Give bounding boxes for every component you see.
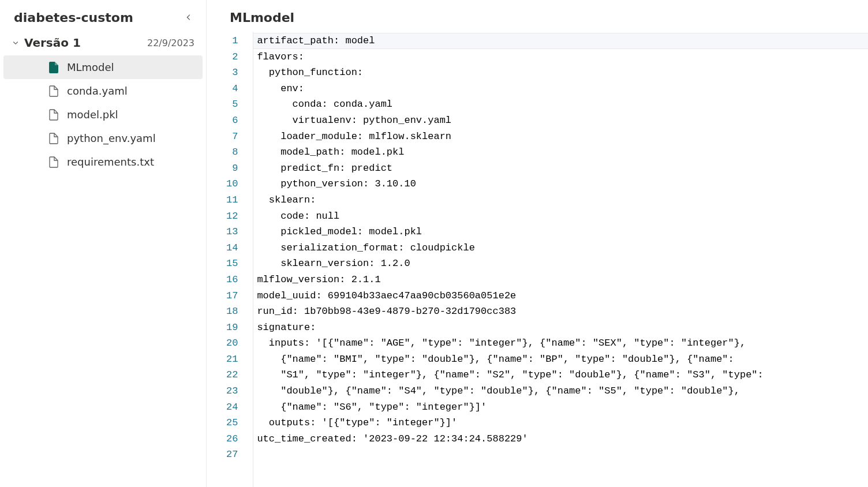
code-line[interactable]: signature: xyxy=(253,320,868,336)
line-number: 14 xyxy=(226,240,238,256)
line-number: 13 xyxy=(226,224,238,240)
code-line[interactable]: serialization_format: cloudpickle xyxy=(253,240,868,256)
line-number: 23 xyxy=(226,383,238,399)
line-number: 11 xyxy=(226,192,238,208)
file-outline-icon xyxy=(48,85,59,97)
file-item[interactable]: model.pkl xyxy=(3,103,203,126)
code-line[interactable]: conda: conda.yaml xyxy=(253,96,868,113)
file-item-label: conda.yaml xyxy=(67,85,128,97)
file-item-label: requirements.txt xyxy=(67,156,154,168)
file-item[interactable]: requirements.txt xyxy=(3,150,203,174)
code-line[interactable]: flavors: xyxy=(253,49,868,65)
line-number: 5 xyxy=(226,96,238,113)
file-filled-icon xyxy=(48,62,59,73)
version-label: Versão 1 xyxy=(24,36,143,50)
line-number: 21 xyxy=(226,351,238,368)
sidebar-header: diabetes-custom xyxy=(3,6,203,31)
code-line[interactable]: "double"}, {"name": "S4", "type": "doubl… xyxy=(253,383,868,399)
code-line[interactable]: virtualenv: python_env.yaml xyxy=(253,113,868,129)
code-editor[interactable]: 1234567891011121314151617181920212223242… xyxy=(207,32,868,487)
line-number: 27 xyxy=(226,447,238,463)
main-panel: MLmodel 12345678910111213141516171819202… xyxy=(207,0,868,487)
line-number: 20 xyxy=(226,335,238,351)
code-line[interactable]: inputs: '[{"name": "AGE", "type": "integ… xyxy=(253,335,868,351)
main-header: MLmodel xyxy=(207,0,868,32)
file-outline-icon xyxy=(48,156,59,168)
code-line[interactable]: code: null xyxy=(253,208,868,224)
code-line[interactable]: python_function: xyxy=(253,65,868,81)
file-item[interactable]: conda.yaml xyxy=(3,79,203,103)
code-line[interactable]: pickled_model: model.pkl xyxy=(253,224,868,240)
line-number: 22 xyxy=(226,367,238,383)
chevron-left-icon xyxy=(185,13,193,21)
file-list: MLmodelconda.yamlmodel.pklpython_env.yam… xyxy=(3,55,203,174)
editor-gutter: 1234567891011121314151617181920212223242… xyxy=(226,32,253,487)
line-number: 12 xyxy=(226,208,238,224)
line-number: 17 xyxy=(226,288,238,304)
line-number: 2 xyxy=(226,49,238,65)
file-item-label: MLmodel xyxy=(67,61,114,73)
file-item-label: model.pkl xyxy=(67,108,118,121)
line-number: 9 xyxy=(226,160,238,177)
code-line[interactable]: loader_module: mlflow.sklearn xyxy=(253,129,868,145)
line-number: 7 xyxy=(226,129,238,145)
sidebar: diabetes-custom Versão 1 22/9/2023 MLmod… xyxy=(0,0,207,487)
line-number: 4 xyxy=(226,81,238,97)
code-line[interactable]: model_path: model.pkl xyxy=(253,144,868,160)
line-number: 3 xyxy=(226,65,238,81)
line-number: 18 xyxy=(226,304,238,320)
file-item-label: python_env.yaml xyxy=(67,132,156,144)
line-number: 24 xyxy=(226,399,238,415)
code-line[interactable]: env: xyxy=(253,81,868,97)
code-line[interactable]: sklearn_version: 1.2.0 xyxy=(253,256,868,272)
line-number: 1 xyxy=(226,33,238,49)
version-row[interactable]: Versão 1 22/9/2023 xyxy=(3,31,203,54)
code-line[interactable]: mlflow_version: 2.1.1 xyxy=(253,272,868,288)
code-line[interactable]: {"name": "BMI", "type": "double"}, {"nam… xyxy=(253,351,868,368)
code-line[interactable]: predict_fn: predict xyxy=(253,160,868,177)
code-line[interactable]: python_version: 3.10.10 xyxy=(253,176,868,192)
code-line[interactable]: model_uuid: 699104b33aec47aa90cb03560a05… xyxy=(253,288,868,304)
file-outline-icon xyxy=(48,109,59,121)
version-date: 22/9/2023 xyxy=(147,38,194,48)
code-line[interactable]: utc_time_created: '2023-09-22 12:34:24.5… xyxy=(253,431,868,447)
editor-code[interactable]: artifact_path: modelflavors: python_func… xyxy=(253,32,868,487)
line-number: 10 xyxy=(226,176,238,192)
code-line[interactable]: sklearn: xyxy=(253,192,868,208)
code-line[interactable]: {"name": "S6", "type": "integer"}]' xyxy=(253,399,868,415)
line-number: 8 xyxy=(226,144,238,160)
code-line[interactable] xyxy=(253,447,868,463)
line-number: 19 xyxy=(226,320,238,336)
code-line[interactable]: "S1", "type": "integer"}, {"name": "S2",… xyxy=(253,367,868,383)
code-line[interactable]: outputs: '[{"type": "integer"}]' xyxy=(253,415,868,431)
sidebar-title: diabetes-custom xyxy=(14,10,133,25)
line-number: 26 xyxy=(226,431,238,447)
line-number: 16 xyxy=(226,272,238,288)
collapse-sidebar-button[interactable] xyxy=(181,9,197,25)
file-item[interactable]: MLmodel xyxy=(3,55,203,79)
chevron-down-icon xyxy=(12,39,20,47)
file-item[interactable]: python_env.yaml xyxy=(3,126,203,150)
code-line[interactable]: run_id: 1b70bb98-43e9-4879-b270-32d1790c… xyxy=(253,304,868,320)
code-line[interactable]: artifact_path: model xyxy=(253,33,868,49)
line-number: 6 xyxy=(226,113,238,129)
file-outline-icon xyxy=(48,133,59,144)
file-title: MLmodel xyxy=(230,10,845,25)
line-number: 15 xyxy=(226,256,238,272)
line-number: 25 xyxy=(226,415,238,431)
